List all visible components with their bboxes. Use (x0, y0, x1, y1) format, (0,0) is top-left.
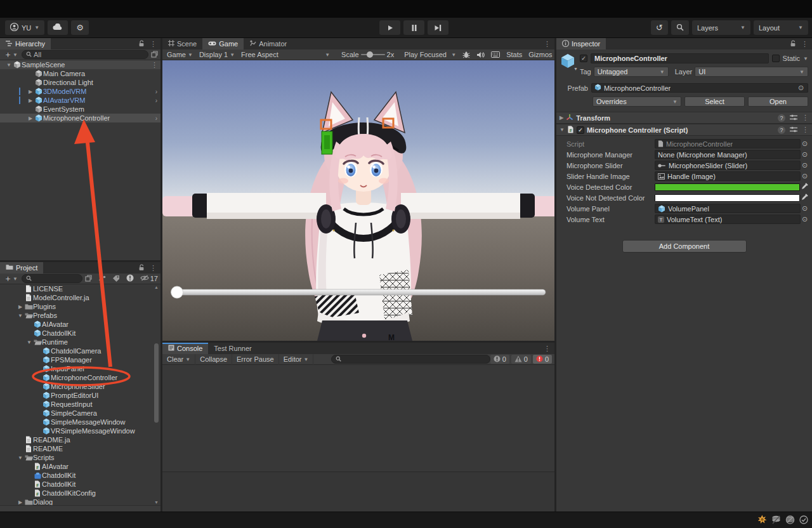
step-button[interactable] (428, 20, 449, 35)
scale-slider[interactable]: Scale 2x (338, 51, 397, 58)
collapse-button[interactable]: Collapse (195, 354, 232, 365)
tab-animator[interactable]: Animator (244, 38, 292, 50)
aspect-dropdown[interactable]: Free Aspect▼ (238, 51, 333, 58)
project-item-simplecamera[interactable]: SimpleCamera (0, 409, 160, 418)
foldout-arrow[interactable]: ▼ (560, 127, 565, 133)
add-component-button[interactable]: Add Component (622, 240, 747, 253)
hidden-count-toggle[interactable]: 17 (140, 275, 158, 282)
display-target-dropdown[interactable]: Game▼ (164, 51, 196, 58)
background-tasks-check-icon[interactable] (799, 515, 808, 525)
open-new-window-icon[interactable] (151, 51, 158, 59)
hierarchy-item-microphonecontroller[interactable]: ▶MicrophoneController› (0, 114, 160, 122)
project-item-chatdollkit[interactable]: #ChatdollKit (0, 480, 160, 489)
open-prefab-arrow-icon[interactable]: › (155, 88, 157, 95)
prefab-object-field[interactable]: MicrophoneController ⊙ (591, 83, 808, 93)
menu-kebab-icon[interactable]: ⋮ (802, 114, 809, 122)
editor-dropdown[interactable]: Editor▼ (279, 354, 314, 365)
menu-kebab-icon[interactable]: ⋮ (150, 264, 157, 272)
account-button[interactable]: YU ▼ (5, 20, 44, 35)
tab-console[interactable]: Console (162, 343, 208, 354)
presets-icon[interactable] (790, 126, 797, 134)
display-dropdown[interactable]: Display 1▼ (196, 51, 238, 58)
foldout-arrow[interactable]: ▶ (560, 115, 563, 121)
eyedropper-icon[interactable] (800, 183, 809, 191)
project-item-modelcontroller-ja[interactable]: ModelController.ja (0, 293, 160, 302)
undo-history-button[interactable]: ↺ (651, 20, 668, 35)
hierarchy-search-input[interactable]: All (22, 50, 148, 59)
object-field[interactable]: VolumePanel (655, 204, 801, 213)
project-item-inputpanel[interactable]: InputPanel (0, 364, 160, 373)
menu-kebab-icon[interactable]: ⋮ (801, 40, 808, 48)
menu-kebab-icon[interactable]: ⋮ (151, 61, 158, 69)
clear-button[interactable]: Clear▼ (162, 354, 195, 365)
volume-slider-track[interactable] (171, 289, 546, 295)
create-button[interactable]: ＋▼ (3, 49, 19, 60)
hierarchy-item-eventsystem[interactable]: EventSystem (0, 105, 160, 114)
menu-kebab-icon[interactable]: ⋮ (544, 40, 551, 48)
hierarchy-item-aiavatarvrm[interactable]: ▶AIAvatarVRM› (0, 96, 160, 105)
menu-kebab-icon[interactable]: ⋮ (544, 345, 551, 353)
object-picker-icon[interactable]: ⊙ (801, 140, 809, 148)
name-field[interactable]: MicrophoneController (591, 53, 769, 63)
tab-project[interactable]: Project (0, 262, 43, 274)
color-swatch[interactable] (655, 183, 800, 191)
project-item-chatdollkit[interactable]: ChatdollKit (0, 471, 160, 480)
frame-debugger-bug-icon[interactable] (459, 51, 473, 58)
project-item-microphoneslider[interactable]: MicrophoneSlider (0, 382, 160, 391)
layout-dropdown[interactable]: Layout▼ (754, 20, 808, 35)
object-picker-icon[interactable]: ⊙ (801, 215, 809, 223)
project-item-plugins[interactable]: ▶Plugins (0, 302, 160, 311)
layers-dropdown[interactable]: Layers▼ (692, 20, 750, 35)
cloud-button[interactable] (48, 20, 68, 35)
open-button[interactable]: Open (748, 96, 808, 107)
transform-component-header[interactable]: ▶ Transform ? ⋮ (556, 112, 812, 124)
foldout-arrow[interactable]: ▼ (16, 455, 24, 461)
object-field[interactable]: MicrophoneSlider (Slider) (655, 161, 801, 170)
error-count-toggle[interactable]: 0 (533, 355, 552, 364)
volume-slider-handle[interactable] (171, 286, 183, 298)
cache-server-disabled-icon[interactable] (785, 515, 795, 525)
mute-audio-icon[interactable] (473, 51, 488, 58)
scale-knob[interactable] (367, 51, 373, 58)
error-pause-button[interactable]: Error Pause (232, 354, 279, 365)
layer-dropdown[interactable]: UI▼ (695, 67, 808, 77)
active-checkbox[interactable]: ✓ (580, 55, 587, 62)
menu-kebab-icon[interactable]: ⋮ (802, 126, 809, 134)
pause-button[interactable] (403, 20, 424, 35)
eyedropper-icon[interactable] (800, 194, 809, 202)
console-search-input[interactable] (331, 355, 490, 364)
foldout-arrow[interactable]: ▼ (5, 62, 13, 68)
settings-button[interactable]: ⚙ (71, 20, 89, 35)
select-button[interactable]: Select (684, 96, 745, 107)
object-picker-icon[interactable]: ⊙ (801, 161, 809, 169)
project-search-input[interactable] (22, 274, 82, 283)
project-item-prefabs[interactable]: ▼Prefabs (0, 311, 160, 320)
presets-icon[interactable] (790, 114, 797, 122)
lock-icon[interactable] (790, 40, 796, 48)
scrollbar-thumb[interactable] (154, 343, 159, 423)
project-item-microphonecontroller[interactable]: MicrophoneController (0, 373, 160, 382)
hierarchy-item-samplescene[interactable]: ▼SampleScene⋮ (0, 60, 160, 69)
hierarchy-item-main-camera[interactable]: Main Camera (0, 69, 160, 78)
project-item-chatdollcamera[interactable]: ChatdollCamera (0, 346, 160, 355)
script-component-header[interactable]: ▼ # ✓ Microphone Controller (Script) ? ⋮ (556, 124, 812, 136)
static-checkbox[interactable] (772, 55, 780, 62)
foldout-arrow[interactable]: ▶ (27, 98, 34, 103)
object-picker-icon[interactable]: ⊙ (801, 172, 809, 180)
create-button[interactable]: ＋▼ (3, 273, 19, 284)
tab-inspector[interactable]: Inspector (556, 38, 606, 50)
info-count-toggle[interactable]: 0 (490, 355, 509, 364)
hierarchy-item-3dmodelvrm[interactable]: ▶3DModelVRM› (0, 87, 160, 96)
cache-server-icon[interactable] (771, 515, 781, 525)
lock-icon[interactable] (138, 264, 145, 272)
play-button[interactable] (379, 20, 400, 35)
console-log-list[interactable] (162, 365, 554, 471)
label-filter-icon[interactable] (112, 275, 120, 283)
open-prefab-arrow-icon[interactable]: › (155, 97, 157, 104)
hierarchy-item-directional-light[interactable]: Directional Light (0, 78, 160, 87)
project-item-chatdollkit[interactable]: ChatdollKit (0, 329, 160, 338)
help-icon[interactable]: ? (778, 126, 785, 134)
overrides-dropdown[interactable]: Overrides▼ (593, 96, 681, 107)
object-field[interactable]: Handle (Image) (655, 171, 801, 181)
project-item-chatdollkitconfig[interactable]: #ChatdollKitConfig (0, 489, 160, 498)
